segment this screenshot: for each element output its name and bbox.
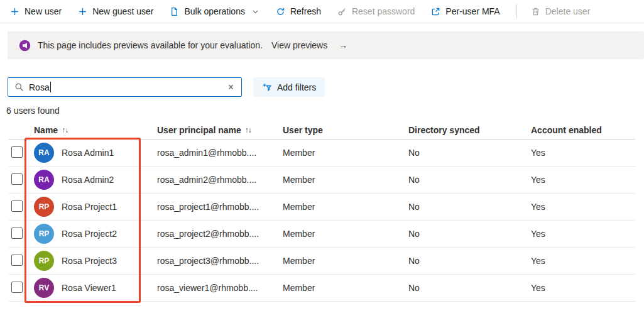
column-header-label: Directory synced [408,125,480,135]
user-principal-name: rosa_project3@rhmobb.... [151,256,276,266]
trash-icon [531,7,540,16]
add-filters-button[interactable]: Add filters [253,77,325,97]
user-type: Member [276,202,402,212]
user-type: Member [276,175,402,185]
search-filter-row: Rosa × Add filters [8,77,644,97]
user-principal-name: rosa_admin2@rhmobb.... [151,175,276,185]
user-type: Member [276,229,402,239]
user-name-link[interactable]: Rosa Project1 [62,202,117,212]
row-checkbox-cell [9,228,26,241]
row-checkbox-cell [9,146,26,160]
bulk-operations-label: Bulk operations [184,6,245,16]
results-count: 6 users found [6,106,644,116]
sort-icon: ↑↓ [245,126,251,135]
per-user-mfa-button[interactable]: Per-user MFA [431,6,499,16]
column-header-name[interactable]: Name ↑↓ [26,125,151,135]
user-type: Member [276,283,402,293]
column-header-account-enabled: Account enabled [525,125,635,135]
directory-synced: No [402,256,525,266]
name-cell: RP Rosa Project2 [26,224,151,244]
avatar-initials: RP [39,229,50,238]
name-cell: RP Rosa Project1 [26,197,151,217]
row-checkbox[interactable] [11,282,23,293]
external-link-icon [431,7,440,16]
plus-icon [10,7,19,16]
sort-icon: ↑↓ [62,126,68,135]
user-principal-name: rosa_project2@rhmobb.... [151,229,276,239]
toolbar-divider [516,4,517,18]
bulk-operations-button[interactable]: Bulk operations [170,6,259,16]
new-user-button[interactable]: New user [10,6,62,16]
row-checkbox[interactable] [11,200,23,212]
user-name-link[interactable]: Rosa Viewer1 [62,283,116,293]
user-name-link[interactable]: Rosa Project2 [62,229,117,239]
column-header-label: Account enabled [531,125,602,135]
user-principal-name: rosa_admin1@rhmobb.... [151,148,276,158]
row-checkbox[interactable] [11,173,23,185]
table-row: RA Rosa Admin2 rosa_admin2@rhmobb.... Me… [9,167,635,194]
search-icon [14,82,24,92]
delete-user-label: Delete user [545,6,591,16]
table-row: RP Rosa Project3 rosa_project3@rhmobb...… [9,248,635,275]
name-cell: RA Rosa Admin1 [26,143,151,163]
preview-banner: This page includes previews available fo… [8,31,644,59]
table-header-row: Name ↑↓ User principal name ↑↓ User type… [9,121,635,140]
view-previews-link[interactable]: View previews [271,40,327,50]
avatar: RP [34,224,54,244]
new-guest-user-button[interactable]: New guest user [78,6,153,16]
add-filter-icon [262,82,272,92]
per-user-mfa-label: Per-user MFA [445,6,499,16]
column-header-label: User type [283,125,323,135]
users-table: Name ↑↓ User principal name ↑↓ User type… [9,121,635,302]
directory-synced: No [402,283,525,293]
directory-synced: No [402,148,525,158]
clear-search-button[interactable]: × [227,82,235,92]
user-principal-name: rosa_project1@rhmobb.... [151,202,276,212]
user-table-body: RA Rosa Admin1 rosa_admin1@rhmobb.... Me… [9,140,635,302]
table-row: RV Rosa Viewer1 rosa_viewer1@rhmobb.... … [9,275,635,302]
directory-synced: No [402,202,525,212]
refresh-label: Refresh [290,6,321,16]
account-enabled: Yes [525,229,635,239]
row-checkbox[interactable] [11,255,23,266]
delete-user-button[interactable]: Delete user [531,6,591,16]
user-name-link[interactable]: Rosa Admin1 [62,148,114,158]
name-cell: RV Rosa Viewer1 [26,278,151,298]
column-header-label: User principal name [157,125,241,135]
megaphone-icon [19,40,31,52]
directory-synced: No [402,175,525,185]
user-principal-name: rosa_viewer1@rhmobb.... [151,283,276,293]
column-header-upn[interactable]: User principal name ↑↓ [151,125,276,135]
reset-password-label: Reset password [352,6,415,16]
column-header-directory-synced: Directory synced [402,125,525,135]
account-enabled: Yes [525,256,635,266]
users-list-page: { "toolbar": { "items": [ { "label": "Ne… [0,0,644,313]
new-guest-user-label: New guest user [92,6,153,16]
add-filters-label: Add filters [277,82,316,92]
name-cell: RP Rosa Project3 [26,251,151,271]
avatar: RP [34,251,54,271]
row-checkbox[interactable] [11,146,23,158]
chevron-down-icon [251,8,259,16]
command-bar: New user New guest user Bulk operations … [0,0,644,23]
column-header-label: Name [34,125,58,135]
reset-password-button[interactable]: Reset password [337,6,415,16]
row-checkbox-cell [9,282,26,295]
row-checkbox-cell [9,200,26,214]
new-user-label: New user [25,6,62,16]
refresh-button[interactable]: Refresh [276,6,321,16]
search-input[interactable]: Rosa × [8,77,242,97]
plus-icon [78,7,87,16]
table-row: RA Rosa Admin1 rosa_admin1@rhmobb.... Me… [9,140,635,167]
directory-synced: No [402,229,525,239]
name-cell: RA Rosa Admin2 [26,170,151,190]
column-header-user-type: User type [276,125,402,135]
refresh-icon [276,7,285,16]
user-name-link[interactable]: Rosa Project3 [62,256,117,266]
row-checkbox[interactable] [11,228,23,239]
account-enabled: Yes [525,283,635,293]
row-checkbox-cell [9,255,26,268]
user-name-link[interactable]: Rosa Admin2 [62,175,114,185]
row-checkbox-cell [9,173,26,187]
avatar: RP [34,197,54,217]
